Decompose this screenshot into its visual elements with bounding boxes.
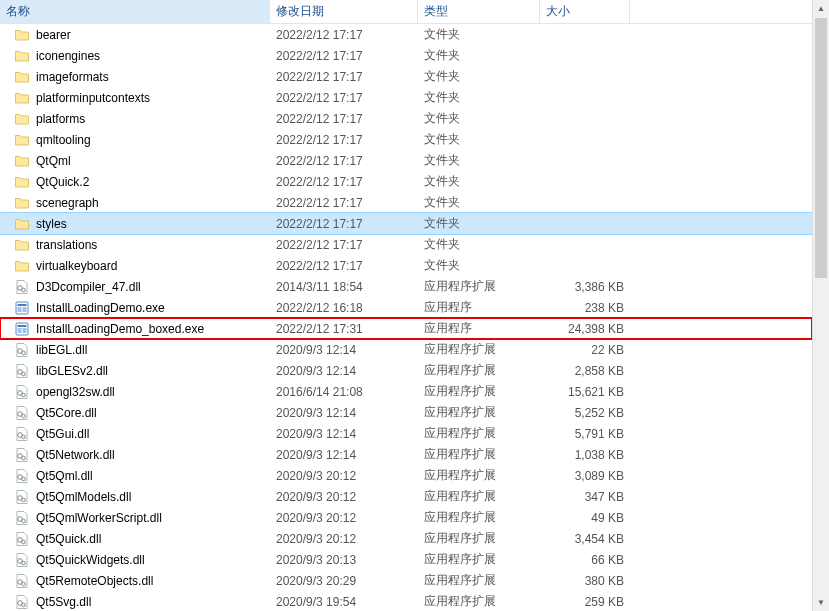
file-row[interactable]: Qt5Gui.dll2020/9/3 12:14应用程序扩展5,791 KB [0,423,812,444]
cell-date: 2022/2/12 17:17 [270,154,418,168]
cell-date: 2022/2/12 17:17 [270,175,418,189]
file-row[interactable]: Qt5RemoteObjects.dll2020/9/3 20:29应用程序扩展… [0,570,812,591]
cell-name: imageformats [0,69,270,85]
file-row[interactable]: styles2022/2/12 17:17文件夹 [0,213,812,234]
file-row[interactable]: platforms2022/2/12 17:17文件夹 [0,108,812,129]
dll-icon [14,279,30,295]
file-name-label: virtualkeyboard [36,259,117,273]
cell-date: 2022/2/12 17:17 [270,133,418,147]
cell-type: 应用程序扩展 [418,383,540,400]
file-row[interactable]: Qt5QmlWorkerScript.dll2020/9/3 20:12应用程序… [0,507,812,528]
file-row[interactable]: Qt5Qml.dll2020/9/3 20:12应用程序扩展3,089 KB [0,465,812,486]
file-list-panel: 名称 修改日期 类型 大小 bearer2022/2/12 17:17文件夹ic… [0,0,812,611]
file-row[interactable]: bearer2022/2/12 17:17文件夹 [0,24,812,45]
cell-name: Qt5QmlWorkerScript.dll [0,510,270,526]
dll-icon [14,447,30,463]
cell-name: Qt5Network.dll [0,447,270,463]
file-row[interactable]: Qt5Quick.dll2020/9/3 20:12应用程序扩展3,454 KB [0,528,812,549]
folder-icon [14,237,30,253]
cell-type: 文件夹 [418,236,540,253]
file-row[interactable]: Qt5QmlModels.dll2020/9/3 20:12应用程序扩展347 … [0,486,812,507]
dll-icon [14,510,30,526]
cell-size: 5,252 KB [540,406,630,420]
cell-name: platforminputcontexts [0,90,270,106]
cell-name: Qt5Qml.dll [0,468,270,484]
scroll-up-arrow[interactable]: ▲ [813,0,829,17]
cell-size: 2,858 KB [540,364,630,378]
cell-date: 2022/2/12 17:17 [270,196,418,210]
svg-rect-7 [18,325,27,327]
cell-type: 文件夹 [418,26,540,43]
file-row[interactable]: libGLESv2.dll2020/9/3 12:14应用程序扩展2,858 K… [0,360,812,381]
cell-name: D3Dcompiler_47.dll [0,279,270,295]
cell-type: 文件夹 [418,215,540,232]
dll-icon [14,573,30,589]
cell-type: 应用程序扩展 [418,509,540,526]
cell-type: 应用程序扩展 [418,425,540,442]
folder-icon [14,153,30,169]
cell-date: 2022/2/12 16:18 [270,301,418,315]
file-row[interactable]: Qt5Core.dll2020/9/3 12:14应用程序扩展5,252 KB [0,402,812,423]
cell-size: 49 KB [540,511,630,525]
cell-type: 应用程序 [418,320,540,337]
column-header-type[interactable]: 类型 [418,0,540,23]
cell-type: 应用程序扩展 [418,278,540,295]
cell-date: 2020/9/3 12:14 [270,364,418,378]
cell-date: 2020/9/3 12:14 [270,343,418,357]
file-row[interactable]: InstallLoadingDemo.exe2022/2/12 16:18应用程… [0,297,812,318]
file-name-label: InstallLoadingDemo_boxed.exe [36,322,204,336]
cell-date: 2020/9/3 12:14 [270,406,418,420]
file-name-label: Qt5Quick.dll [36,532,101,546]
cell-size: 66 KB [540,553,630,567]
file-row[interactable]: imageformats2022/2/12 17:17文件夹 [0,66,812,87]
file-row[interactable]: QtQuick.22022/2/12 17:17文件夹 [0,171,812,192]
file-row[interactable]: Qt5Svg.dll2020/9/3 19:54应用程序扩展259 KB [0,591,812,611]
cell-size: 3,454 KB [540,532,630,546]
file-row[interactable]: iconengines2022/2/12 17:17文件夹 [0,45,812,66]
cell-name: InstallLoadingDemo_boxed.exe [0,321,270,337]
cell-size: 238 KB [540,301,630,315]
file-row[interactable]: QtQml2022/2/12 17:17文件夹 [0,150,812,171]
svg-rect-8 [18,328,22,333]
vertical-scrollbar[interactable]: ▲ ▼ [812,0,829,611]
dll-icon [14,489,30,505]
cell-type: 应用程序扩展 [418,488,540,505]
file-row[interactable]: qmltooling2022/2/12 17:17文件夹 [0,129,812,150]
exe-icon [14,300,30,316]
cell-name: translations [0,237,270,253]
cell-type: 应用程序 [418,299,540,316]
cell-name: QtQml [0,153,270,169]
file-row[interactable]: InstallLoadingDemo_boxed.exe2022/2/12 17… [0,318,812,339]
cell-date: 2022/2/12 17:17 [270,49,418,63]
file-row[interactable]: platforminputcontexts2022/2/12 17:17文件夹 [0,87,812,108]
file-row[interactable]: opengl32sw.dll2016/6/14 21:08应用程序扩展15,62… [0,381,812,402]
scroll-down-arrow[interactable]: ▼ [813,594,829,611]
cell-type: 应用程序扩展 [418,572,540,589]
cell-size: 5,791 KB [540,427,630,441]
file-row[interactable]: translations2022/2/12 17:17文件夹 [0,234,812,255]
file-name-label: Qt5Core.dll [36,406,97,420]
cell-type: 应用程序扩展 [418,341,540,358]
scroll-thumb[interactable] [815,18,827,278]
column-header-date[interactable]: 修改日期 [270,0,418,23]
file-row[interactable]: D3Dcompiler_47.dll2014/3/11 18:54应用程序扩展3… [0,276,812,297]
cell-date: 2020/9/3 12:14 [270,427,418,441]
cell-name: platforms [0,111,270,127]
column-header-name[interactable]: 名称 [0,0,270,23]
column-header-size[interactable]: 大小 [540,0,630,23]
file-row[interactable]: virtualkeyboard2022/2/12 17:17文件夹 [0,255,812,276]
file-row[interactable]: libEGL.dll2020/9/3 12:14应用程序扩展22 KB [0,339,812,360]
file-row[interactable]: Qt5Network.dll2020/9/3 12:14应用程序扩展1,038 … [0,444,812,465]
file-row[interactable]: scenegraph2022/2/12 17:17文件夹 [0,192,812,213]
file-name-label: Qt5Gui.dll [36,427,89,441]
cell-date: 2020/9/3 12:14 [270,448,418,462]
file-name-label: translations [36,238,97,252]
folder-icon [14,48,30,64]
folder-icon [14,216,30,232]
dll-icon [14,594,30,610]
cell-date: 2020/9/3 20:13 [270,553,418,567]
dll-icon [14,405,30,421]
file-rows: bearer2022/2/12 17:17文件夹iconengines2022/… [0,24,812,611]
file-name-label: libGLESv2.dll [36,364,108,378]
file-row[interactable]: Qt5QuickWidgets.dll2020/9/3 20:13应用程序扩展6… [0,549,812,570]
